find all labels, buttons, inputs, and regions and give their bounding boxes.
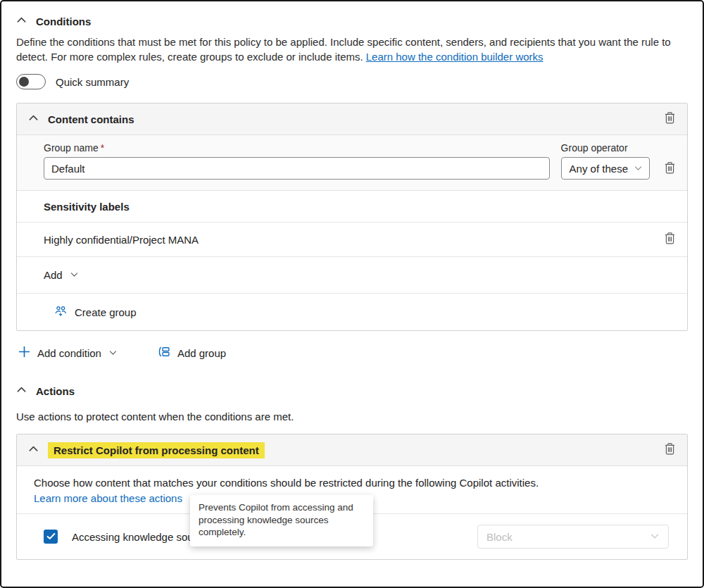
condition-toolbar: Add condition Add group [16,340,688,365]
sensitivity-labels-header: Sensitivity labels [44,201,130,213]
chevron-down-icon [70,269,79,281]
create-group-row[interactable]: Create group [17,294,687,330]
chevron-up-icon [28,444,39,456]
chevron-up-icon [16,384,27,397]
quick-summary-row: Quick summary [16,72,688,92]
group-settings-row: Group name* Group operator Any of these [17,135,687,191]
quick-summary-toggle[interactable] [16,74,46,89]
chevron-up-icon [16,15,27,27]
block-dropdown-value: Block [486,531,513,543]
learn-more-actions-link[interactable]: Learn more about these actions [34,492,182,504]
sensitivity-label-row: Highly confidential/Project MANA [17,223,687,257]
conditions-description: Define the conditions that must be met f… [16,35,688,64]
group-operator-dropdown[interactable]: Any of these [561,157,650,180]
add-group-button[interactable]: Add group [157,346,226,360]
add-group-label: Add group [177,347,226,359]
policy-condition-builder-page: Conditions Define the conditions that mu… [0,0,704,588]
delete-action-button[interactable] [662,441,677,459]
required-asterisk: * [101,142,104,154]
group-name-label: Group name* [44,142,550,154]
checkmark-icon [46,532,56,542]
add-condition-label: Add condition [37,347,101,359]
add-dropdown-row[interactable]: Add [17,257,687,294]
group-operator-field: Group operator Any of these [561,142,650,180]
trash-icon [664,161,676,177]
trash-icon [664,442,676,458]
collapse-content-contains-button[interactable] [28,113,39,125]
trash-icon [664,111,676,127]
group-name-field: Group name* [44,142,550,180]
collapse-conditions-button[interactable] [16,15,27,27]
restrict-description: Choose how content that matches your con… [34,475,676,490]
condition-builder-help-link[interactable]: Learn how the condition builder works [366,51,543,63]
sensitivity-labels-header-row: Sensitivity labels [17,191,687,223]
restrict-copilot-panel: Restrict Copilot from processing content… [16,434,688,560]
people-add-icon [54,305,68,319]
content-contains-header: Content contains [17,104,687,135]
delete-group-slot [662,158,677,180]
actions-description: Use actions to protect content when the … [16,411,688,423]
add-condition-button[interactable]: Add condition [18,346,118,360]
delete-label-button[interactable] [662,230,677,249]
collapse-actions-button[interactable] [16,384,27,397]
group-name-label-text: Group name [44,142,99,154]
group-operator-label: Group operator [561,142,650,154]
conditions-title: Conditions [36,15,91,27]
actions-title: Actions [36,385,75,397]
trash-icon [664,232,676,247]
conditions-section-header: Conditions [16,13,688,30]
create-group-label: Create group [75,306,137,318]
chevron-down-icon [108,347,118,359]
sensitivity-label-value: Highly confidential/Project MANA [44,234,199,246]
conditions-description-text: Define the conditions that must be met f… [16,36,671,63]
group-name-input[interactable] [44,157,550,180]
delete-group-button[interactable] [662,160,677,178]
accessing-knowledge-sources-checkbox[interactable] [44,530,58,544]
content-contains-panel: Content contains Group name* Group opera… [16,103,688,331]
chevron-down-icon [650,531,660,543]
chevron-up-icon [28,113,39,125]
add-label: Add [44,269,63,281]
chevron-down-icon [634,163,643,175]
group-operator-value: Any of these [570,163,628,175]
actions-section-header: Actions [16,382,688,399]
group-list-icon [157,346,170,360]
knowledge-sources-tooltip: Prevents Copilot from accessing and proc… [190,495,373,546]
content-contains-title: Content contains [48,113,134,125]
block-dropdown: Block [477,525,669,549]
delete-condition-button[interactable] [662,110,677,128]
restrict-copilot-title: Restrict Copilot from processing content [48,442,265,458]
collapse-restrict-button[interactable] [28,444,39,456]
quick-summary-label: Quick summary [56,76,129,88]
toggle-knob [19,77,29,87]
plus-icon [18,346,30,360]
restrict-copilot-header: Restrict Copilot from processing content [17,434,687,466]
